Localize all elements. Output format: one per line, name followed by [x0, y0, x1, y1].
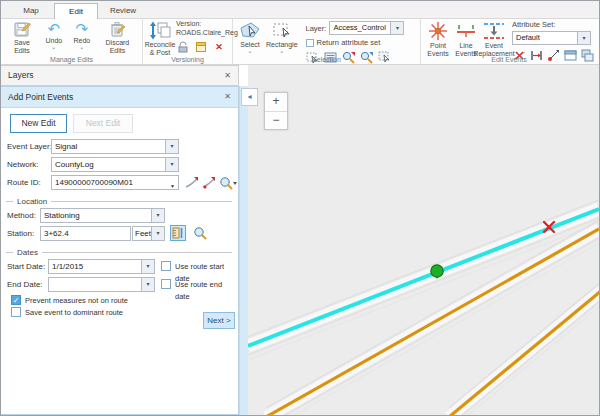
group-label-edit-events: Edit Events: [421, 55, 597, 64]
location-section-separator: Location: [6, 195, 232, 207]
attribute-set-value: Default: [512, 31, 578, 45]
ribbon-tab-bar: Map Edit Review: [1, 1, 599, 19]
layer-dropdown-arrow[interactable]: ▾: [391, 21, 404, 35]
end-date-dropdown-arrow[interactable]: ▾: [141, 277, 155, 292]
network-value[interactable]: CountyLog: [51, 157, 166, 172]
select-button[interactable]: Select ⌄: [236, 20, 264, 55]
map-canvas: [248, 65, 599, 415]
dates-section-label: Dates: [17, 248, 38, 257]
route-id-combo[interactable]: 14900000700090M01▼: [51, 175, 179, 190]
collapse-left-icon: ◂: [247, 92, 251, 101]
panel-title: Add Point Events: [8, 92, 73, 102]
station-unit-dropdown-arrow[interactable]: ▾: [151, 226, 165, 241]
undo-button[interactable]: ↶ Undo ⌄: [40, 20, 68, 51]
prevent-measures-checkbox[interactable]: ✓: [11, 295, 21, 305]
location-section-label: Location: [17, 197, 47, 206]
app-window: Map Edit Review Save Edits ↶ Undo ⌄ ↷ Re…: [0, 0, 600, 416]
method-value[interactable]: Stationing: [40, 208, 152, 223]
unlock-version-icon[interactable]: [176, 40, 190, 54]
route-id-value: 14900000700090M01: [55, 178, 133, 187]
event-replacement-icon: [482, 21, 506, 41]
pick-station-from-map-tool[interactable]: [170, 225, 186, 241]
select-tool-icon: [239, 21, 261, 40]
map-zoom-control: + −: [264, 92, 288, 130]
method-label: Method:: [7, 208, 36, 223]
point-events-button[interactable]: Point Events: [424, 20, 452, 59]
layer-caption: Layer:: [306, 24, 327, 33]
undo-dropdown-caret[interactable]: ⌄: [51, 45, 56, 50]
station-label: Station:: [7, 226, 34, 241]
station-unit-value[interactable]: Feet: [132, 226, 152, 241]
map-texture: [248, 200, 599, 415]
panel-header[interactable]: Add Point Events ✕: [1, 87, 238, 108]
select-route-on-map-icon[interactable]: [184, 175, 200, 191]
undo-icon: ↶: [48, 21, 61, 36]
station-input[interactable]: 3+62.4: [40, 226, 131, 241]
save-version-icon[interactable]: [194, 40, 208, 54]
redo-button[interactable]: ↷ Redo ⌄: [68, 20, 96, 51]
layers-pane-title: Layers: [8, 70, 34, 80]
version-name: ROADS.Claire_Reg: [176, 29, 238, 38]
use-route-end-date-checkbox[interactable]: [161, 279, 171, 289]
save-edits-button[interactable]: Save Edits: [4, 20, 40, 56]
layer-dropdown[interactable]: Access_Control ▾: [329, 21, 404, 35]
start-date-label: Start Date:: [7, 259, 45, 274]
panel-splitter[interactable]: [239, 86, 248, 415]
network-label: Network:: [7, 157, 39, 172]
route-id-combo-arrow[interactable]: ▼: [170, 180, 175, 190]
point-events-icon: [428, 21, 448, 41]
redo-dropdown-caret[interactable]: ⌄: [79, 45, 84, 50]
select-route-from-selection-icon[interactable]: [201, 175, 217, 191]
layer-dropdown-value: Access_Control: [329, 21, 391, 35]
event-layer-value[interactable]: Signal: [51, 139, 166, 154]
zoom-out-button[interactable]: −: [265, 111, 287, 129]
tab-review[interactable]: Review: [101, 3, 145, 19]
dates-section-separator: Dates: [6, 246, 232, 258]
collapse-panel-button[interactable]: ◂: [241, 88, 258, 106]
start-date-dropdown-arrow[interactable]: ▾: [141, 259, 155, 274]
tab-edit[interactable]: Edit: [54, 3, 98, 19]
reconcile-post-button[interactable]: Reconcile & Post: [146, 20, 174, 58]
method-dropdown-arrow[interactable]: ▾: [151, 208, 165, 223]
delete-version-icon[interactable]: ✕: [212, 40, 226, 54]
end-date-label: End Date:: [7, 277, 43, 292]
end-date-value[interactable]: [48, 277, 142, 292]
use-route-start-date-checkbox[interactable]: [161, 261, 171, 271]
ribbon: Save Edits ↶ Undo ⌄ ↷ Redo ⌄ Discard Edi…: [1, 19, 599, 65]
route-id-label: Route ID:: [7, 175, 41, 190]
rectangle-select-button[interactable]: Rectangle ⌄: [264, 20, 300, 55]
rectangle-select-icon: [272, 21, 292, 40]
attribute-set-caption: Attribute Set:: [512, 20, 600, 29]
map-view[interactable]: + −: [248, 65, 599, 415]
network-dropdown-arrow[interactable]: ▾: [165, 157, 179, 172]
group-label-versioning: Versioning: [143, 55, 232, 64]
attribute-set-dropdown[interactable]: Default ▾: [512, 31, 600, 45]
return-attribute-set-checkbox[interactable]: [306, 39, 314, 47]
event-replacement-button[interactable]: Event Replacement: [480, 20, 508, 59]
zoom-to-station-icon[interactable]: [192, 225, 208, 241]
zoom-to-route-icon[interactable]: [218, 175, 238, 191]
save-dominant-route-checkbox[interactable]: [11, 307, 21, 317]
tab-map[interactable]: Map: [11, 3, 51, 19]
reconcile-icon: [149, 21, 171, 40]
new-edit-button[interactable]: New Edit: [10, 114, 67, 133]
group-edit-events: Point Events Line Events Event Replaceme…: [421, 19, 597, 64]
zoom-in-button[interactable]: +: [265, 93, 287, 111]
layers-pane-close-icon[interactable]: ✕: [224, 66, 231, 85]
add-point-events-panel: Add Point Events ✕ New Edit Next Edit Ev…: [1, 86, 239, 415]
panel-close-icon[interactable]: ✕: [224, 87, 231, 106]
layers-pane-header[interactable]: Layers ✕: [1, 65, 239, 86]
next-edit-button[interactable]: Next Edit: [73, 114, 133, 133]
trash-icon: [109, 21, 125, 38]
event-layer-dropdown-arrow[interactable]: ▾: [165, 139, 179, 154]
attribute-set-dropdown-arrow[interactable]: ▾: [578, 31, 591, 45]
redo-icon: ↷: [76, 21, 89, 36]
next-button[interactable]: Next >: [203, 312, 235, 329]
rectangle-dropdown-caret[interactable]: ⌄: [279, 49, 284, 54]
start-date-value[interactable]: 1/1/2015: [48, 259, 142, 274]
line-events-icon: [455, 21, 477, 41]
save-dominant-route-label: Save event to dominant route: [25, 307, 123, 319]
group-manage-edits: Save Edits ↶ Undo ⌄ ↷ Redo ⌄ Discard Edi…: [1, 19, 143, 64]
select-dropdown-caret[interactable]: ⌄: [247, 49, 252, 54]
discard-edits-button[interactable]: Discard Edits: [96, 20, 139, 56]
